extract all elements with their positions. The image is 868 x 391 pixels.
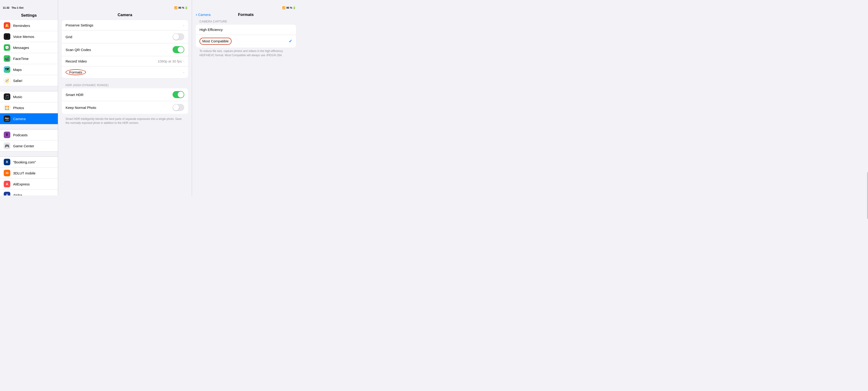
preserve-settings-right: › [183, 23, 184, 27]
camera-icon: 📷 [4, 115, 10, 122]
sidebar-group-1: 🔔 Reminders 🎙 Voice Memos 💬 Messages 📹 F… [0, 20, 58, 86]
camera-status-bar: 📶 86 % 🔋 [58, 5, 192, 10]
sidebar-item-aloha[interactable]: A Aloha [0, 190, 58, 196]
safari-icon: 🧭 [4, 77, 10, 84]
sidebar-item-safari-label: Safari [13, 79, 22, 83]
most-compatible-oval-annotation: Most Compatible [199, 38, 231, 45]
keep-normal-toggle[interactable] [173, 104, 184, 111]
capture-options-group: High Efficiency Most Compatible ✓ [196, 25, 296, 48]
sidebar-item-aliexpress[interactable]: A AliExpress [0, 179, 58, 190]
aliexpress-icon: A [4, 181, 10, 187]
podcasts-icon: 🎙 [4, 131, 10, 138]
keep-normal-label: Keep Normal Photo [66, 106, 96, 110]
keep-normal-row[interactable]: Keep Normal Photo [62, 101, 188, 114]
scan-qr-toggle-knob [178, 47, 184, 53]
sidebar-divider-3 [0, 151, 58, 157]
battery-label-formats: 86 % [286, 6, 292, 9]
preserve-settings-label: Preserve Settings [66, 23, 93, 27]
sidebar-item-podcasts[interactable]: 🎙 Podcasts [0, 129, 58, 141]
most-compatible-checkmark: ✓ [289, 39, 292, 44]
sidebar-item-safari[interactable]: 🧭 Safari [0, 75, 58, 86]
preserve-settings-row[interactable]: Preserve Settings › [62, 20, 188, 30]
smart-hdr-toggle[interactable] [173, 91, 184, 98]
sidebar: 11:32 Thu 1 Oct Settings 🔔 Reminders 🎙 V… [0, 0, 58, 196]
most-compatible-row[interactable]: Most Compatible ✓ [196, 35, 296, 48]
formats-label: Formats [66, 69, 86, 75]
sidebar-item-messages-label: Messages [13, 46, 29, 50]
facetime-icon: 📹 [4, 55, 10, 62]
wifi-icon-camera: 📶 [174, 6, 178, 9]
hdr-settings-group: Smart HDR Keep Normal Photo [62, 88, 188, 114]
grid-row[interactable]: Grid [62, 30, 188, 43]
sidebar-divider-2 [0, 124, 58, 129]
sidebar-divider-1 [0, 86, 58, 91]
sidebar-item-3dlut-label: 3DLUT mobile [13, 171, 36, 175]
grid-label: Grid [66, 35, 72, 39]
sidebar-group-3: 🎙 Podcasts 🎮 Game Center [0, 129, 58, 151]
sidebar-title: Settings [0, 10, 58, 20]
sidebar-item-reminders-label: Reminders [13, 24, 30, 28]
capture-description: To reduce file size, capture photos and … [196, 48, 296, 60]
sidebar-item-gamecenter[interactable]: 🎮 Game Center [0, 141, 58, 151]
sidebar-item-voicememos-label: Voice Memos [13, 35, 34, 39]
record-video-right: 1080p at 30 fps › [158, 59, 184, 63]
grid-toggle[interactable] [173, 33, 184, 40]
back-chevron-icon: ‹ [196, 12, 197, 17]
voicememos-icon: 🎙 [4, 33, 10, 40]
sidebar-item-maps[interactable]: 🗺 Maps [0, 64, 58, 75]
sidebar-item-voicememos[interactable]: 🎙 Voice Memos [0, 31, 58, 42]
record-video-detail: 1080p at 30 fps [158, 59, 182, 63]
smart-hdr-row[interactable]: Smart HDR [62, 88, 188, 101]
sidebar-item-gamecenter-label: Game Center [13, 144, 34, 148]
smart-hdr-label: Smart HDR [66, 93, 84, 97]
maps-icon: 🗺 [4, 66, 10, 73]
sidebar-item-photos[interactable]: 🌅 Photos [0, 102, 58, 113]
preserve-chevron-icon: › [183, 23, 184, 27]
camera-capture-header: CAMERA CAPTURE [196, 20, 296, 25]
sidebar-item-reminders[interactable]: 🔔 Reminders [0, 20, 58, 31]
formats-oval-annotation: Formats [66, 69, 86, 75]
scan-qr-row[interactable]: Scan QR Codes [62, 43, 188, 56]
camera-settings-group-1: Preserve Settings › Grid Scan QR Codes R… [62, 20, 188, 78]
sidebar-item-messages[interactable]: 💬 Messages [0, 42, 58, 53]
camera-panel: 📶 86 % 🔋 Camera Preserve Settings › Grid… [58, 0, 192, 196]
sidebar-item-aliexpress-label: AliExpress [13, 182, 30, 186]
date: Thu 1 Oct [11, 6, 23, 9]
formats-right: › [183, 70, 184, 74]
battery-icon-formats: 🔋 [293, 6, 296, 9]
booking-icon: B [4, 159, 10, 165]
back-label: Camera [198, 13, 211, 17]
sidebar-item-camera-label: Camera [13, 117, 26, 121]
hdr-footer: Smart HDR intelligently blends the best … [58, 116, 192, 128]
record-video-label: Record Video [66, 59, 87, 63]
formats-panel: 📶 86 % 🔋 ‹ Camera Formats CAMERA CAPTURE… [192, 0, 300, 196]
formats-back-button[interactable]: ‹ Camera [196, 12, 211, 17]
sidebar-group-2: 🎵 Music 🌅 Photos 📷 Camera [0, 91, 58, 124]
sidebar-item-facetime-label: FaceTime [13, 57, 29, 61]
sidebar-item-facetime[interactable]: 📹 FaceTime [0, 53, 58, 64]
3dlut-icon: 3D [4, 170, 10, 176]
sidebar-item-music-label: Music [13, 95, 22, 99]
sidebar-item-camera[interactable]: 📷 Camera [0, 113, 58, 124]
formats-row[interactable]: Formats › [62, 66, 188, 78]
wifi-icon-formats: 📶 [282, 6, 285, 9]
sidebar-item-booking[interactable]: B "Booking.com" [0, 157, 58, 168]
scan-qr-toggle[interactable] [173, 46, 184, 53]
hdr-section-header: HDR (HIGH DYNAMIC RANGE) [58, 80, 192, 88]
sidebar-item-music[interactable]: 🎵 Music [0, 91, 58, 102]
high-efficiency-row[interactable]: High Efficiency [196, 25, 296, 35]
keep-normal-knob [173, 104, 179, 111]
sidebar-item-aloha-label: Aloha [13, 193, 22, 196]
sidebar-status-bar: 11:32 Thu 1 Oct [0, 5, 58, 10]
time: 11:32 [3, 6, 9, 9]
time-date: 11:32 Thu 1 Oct [3, 6, 23, 9]
record-video-row[interactable]: Record Video 1080p at 30 fps › [62, 56, 188, 66]
scan-qr-label: Scan QR Codes [66, 48, 91, 52]
sidebar-item-maps-label: Maps [13, 68, 22, 72]
sidebar-item-photos-label: Photos [13, 106, 24, 110]
photos-icon: 🌅 [4, 104, 10, 111]
aloha-icon: A [4, 192, 10, 196]
music-icon: 🎵 [4, 93, 10, 100]
sidebar-item-3dlut[interactable]: 3D 3DLUT mobile [0, 168, 58, 179]
formats-title: Formats [238, 12, 254, 17]
